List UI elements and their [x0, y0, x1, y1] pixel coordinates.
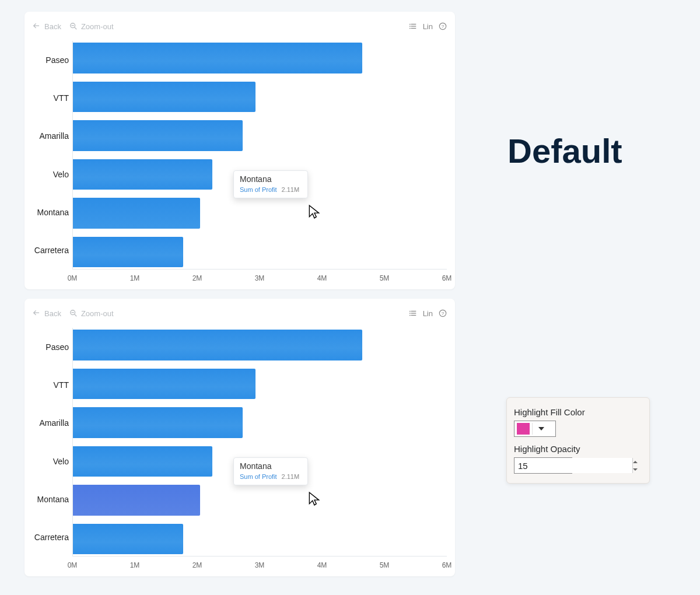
bar[interactable]: [73, 485, 200, 516]
bar-row[interactable]: [73, 235, 447, 270]
x-axis-tick: 6M: [442, 274, 452, 282]
fill-color-label: Highlight Fill Color: [514, 407, 642, 417]
help-icon[interactable]: ?: [439, 309, 447, 317]
y-axis-label: Paseo: [33, 328, 72, 366]
fill-color-picker[interactable]: [514, 421, 556, 437]
opacity-input[interactable]: [514, 458, 632, 473]
zoom-out-label: Zoom-out: [81, 309, 114, 318]
x-axis-tick: 3M: [255, 274, 265, 282]
bar-row[interactable]: [73, 522, 447, 556]
svg-line-1: [75, 27, 77, 30]
back-button[interactable]: Back: [33, 22, 61, 31]
tooltip-metric-label: Sum of Profit: [240, 473, 277, 480]
scale-toggle[interactable]: Lin: [423, 309, 433, 318]
fill-color-swatch: [517, 423, 530, 435]
svg-text:?: ?: [442, 311, 444, 316]
plot-area[interactable]: PaseoVTTAmarillaVeloMontanaCarretera0M1M…: [33, 328, 447, 573]
x-axis-tick: 2M: [192, 274, 202, 282]
bar-row[interactable]: [73, 80, 447, 114]
tooltip-title: Montana: [240, 174, 302, 184]
y-axis-label: VTT: [33, 79, 72, 117]
bar-row[interactable]: [73, 328, 447, 362]
zoom-out-button[interactable]: Zoom-out: [69, 309, 114, 318]
bar[interactable]: [73, 446, 212, 477]
x-axis-tick: 5M: [380, 561, 390, 569]
svg-point-19: [410, 315, 411, 316]
bar[interactable]: [73, 43, 362, 74]
x-axis-tick: 1M: [130, 561, 140, 569]
scale-toggle[interactable]: Lin: [423, 22, 433, 31]
tooltip-title: Montana: [240, 461, 302, 471]
back-label: Back: [44, 309, 61, 318]
tooltip-metric-value: 2.11M: [282, 186, 300, 193]
chart-panel-top: Back Zoom-out Lin ? PaseoVTTAmarillaVelo…: [24, 12, 455, 289]
plot-area[interactable]: PaseoVTTAmarillaVeloMontanaCarretera0M1M…: [33, 41, 447, 286]
chevron-down-icon: [538, 427, 544, 430]
svg-point-18: [410, 313, 411, 314]
zoom-out-label: Zoom-out: [81, 22, 114, 31]
opacity-label: Highlight Opacity: [514, 444, 642, 454]
back-button[interactable]: Back: [33, 309, 61, 318]
bar[interactable]: [73, 524, 183, 555]
svg-point-7: [410, 26, 411, 27]
bar-row[interactable]: [73, 196, 447, 230]
y-axis-label: Amarilla: [33, 117, 72, 155]
bar[interactable]: [73, 237, 183, 268]
svg-line-12: [75, 314, 77, 317]
list-icon[interactable]: [409, 309, 417, 317]
stepper-up-icon[interactable]: [633, 458, 638, 466]
x-axis-tick: 4M: [317, 274, 327, 282]
bar[interactable]: [73, 159, 212, 190]
y-axis-label: VTT: [33, 366, 72, 404]
x-axis-tick: 6M: [442, 561, 452, 569]
y-axis-label: Montana: [33, 480, 72, 518]
back-label: Back: [44, 22, 61, 31]
variant-title: Default: [508, 131, 622, 170]
svg-point-17: [410, 311, 411, 312]
bar[interactable]: [73, 120, 243, 151]
bar[interactable]: [73, 198, 200, 229]
svg-text:?: ?: [442, 24, 444, 29]
bar-row[interactable]: [73, 367, 447, 401]
bar[interactable]: [73, 82, 256, 113]
y-axis-label: Montana: [33, 193, 72, 231]
bar-row[interactable]: [73, 405, 447, 440]
bar-row[interactable]: [73, 41, 447, 75]
y-axis-label: Carretera: [33, 519, 72, 556]
opacity-stepper[interactable]: [514, 457, 572, 474]
x-axis-tick: 5M: [380, 274, 390, 282]
zoom-out-icon: [69, 22, 78, 30]
svg-point-8: [410, 28, 411, 29]
zoom-out-icon: [69, 309, 78, 317]
tooltip-metric-label: Sum of Profit: [240, 186, 277, 193]
x-axis-tick: 1M: [130, 274, 140, 282]
list-icon[interactable]: [409, 22, 417, 30]
bar[interactable]: [73, 407, 243, 438]
x-axis-tick: 3M: [255, 561, 265, 569]
y-axis-label: Carretera: [33, 232, 72, 270]
help-icon[interactable]: ?: [439, 22, 447, 30]
tooltip-metric-value: 2.11M: [282, 473, 300, 480]
y-axis-label: Paseo: [33, 41, 72, 79]
chart-toolbar: Back Zoom-out Lin ?: [33, 304, 447, 322]
x-axis-tick: 0M: [68, 274, 78, 282]
x-axis-tick: 4M: [317, 561, 327, 569]
tooltip: Montana Sum of Profit 2.11M: [233, 457, 308, 485]
bar[interactable]: [73, 369, 256, 400]
svg-point-6: [410, 24, 411, 25]
back-icon: [33, 309, 41, 317]
bar-row[interactable]: [73, 118, 447, 153]
y-axis-label: Amarilla: [33, 404, 72, 442]
stepper-down-icon[interactable]: [633, 466, 638, 473]
bar-row[interactable]: [73, 483, 447, 517]
x-axis-tick: 2M: [192, 561, 202, 569]
y-axis-label: Velo: [33, 442, 72, 480]
back-icon: [33, 22, 41, 30]
chart-toolbar: Back Zoom-out Lin ?: [33, 18, 447, 35]
tooltip: Montana Sum of Profit 2.11M: [233, 170, 308, 198]
y-axis-label: Velo: [33, 155, 72, 193]
highlight-settings-panel: Highlight Fill Color Highlight Opacity: [506, 397, 650, 484]
x-axis-tick: 0M: [68, 561, 78, 569]
bar[interactable]: [73, 330, 362, 360]
zoom-out-button[interactable]: Zoom-out: [69, 22, 114, 31]
